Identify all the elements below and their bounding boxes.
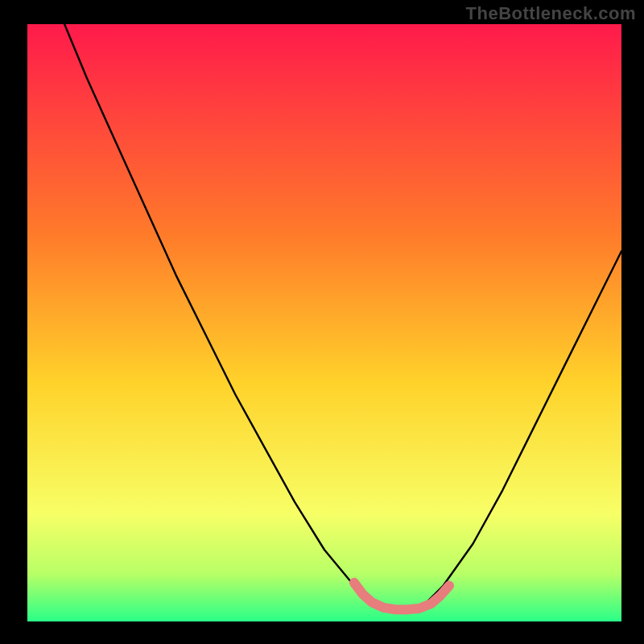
frame-border [0,621,644,644]
bottleneck-chart [0,0,644,644]
watermark-label: TheBottleneck.com [466,3,636,24]
plot-background [27,24,621,621]
chart-frame: TheBottleneck.com [0,0,644,644]
frame-border [0,0,27,644]
frame-border [621,0,644,644]
